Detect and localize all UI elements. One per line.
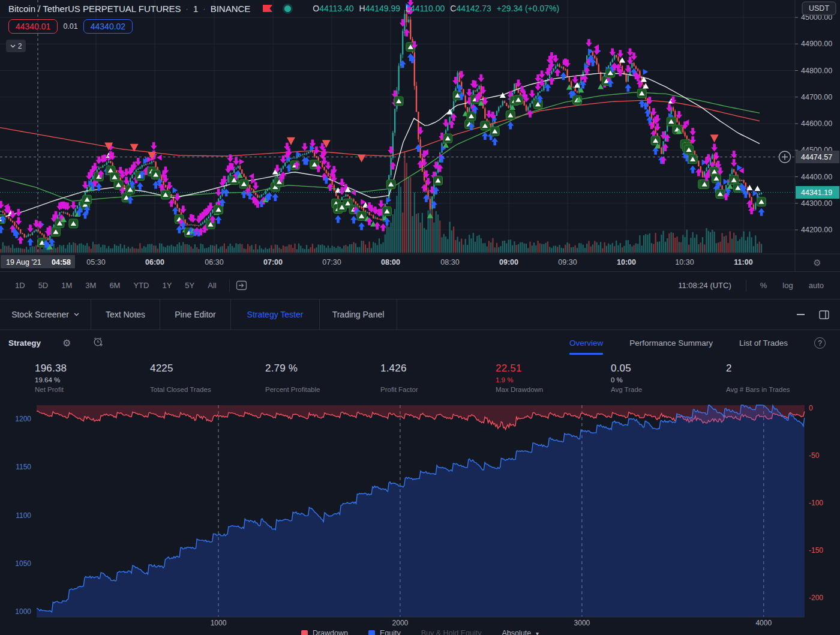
ask-button[interactable]: 44340.02 — [83, 19, 133, 34]
exchange-label[interactable]: BINANCE — [211, 4, 251, 14]
help-icon[interactable]: ? — [814, 337, 826, 349]
stat-total-closed-trades: 4225Total Closed Trades — [150, 363, 265, 399]
interval-label[interactable]: 1 — [193, 4, 198, 14]
log-scale-button[interactable]: log — [775, 281, 800, 290]
quote-row: 44340.01 0.01 44340.02 — [8, 19, 133, 34]
time-tick-label: 08:30 — [440, 258, 459, 266]
legend-item-drawdown[interactable]: Drawdown — [301, 629, 348, 635]
crosshair-time-label: 19 Aug '2104:58 — [1, 255, 75, 268]
range-button-1y[interactable]: 1Y — [155, 281, 178, 290]
range-button-all[interactable]: All — [201, 281, 223, 290]
go-to-date-icon[interactable] — [236, 280, 247, 291]
sell-triangle-icon — [710, 134, 719, 142]
range-button-1d[interactable]: 1D — [8, 281, 32, 290]
stat-value: 196.38 — [35, 363, 150, 375]
tab-pine-editor[interactable]: Pine Editor — [160, 299, 231, 330]
auto-scale-button[interactable]: auto — [801, 281, 832, 290]
time-tick-label: 06:30 — [205, 258, 223, 266]
bid-button[interactable]: 44340.01 — [8, 19, 58, 34]
equity-axis-label: 1150 — [16, 463, 31, 471]
svg-text:USDT: USDT — [809, 4, 829, 13]
legend-item-absolute[interactable]: Absolute▾ — [502, 629, 539, 635]
stat-label: Total Closed Trades — [150, 386, 265, 393]
price-tick-label: 44700.00 — [801, 93, 832, 101]
time-tick-label: 10:00 — [617, 258, 636, 266]
stat-subvalue — [265, 376, 380, 384]
last-price-label: 44341.19 — [796, 186, 839, 199]
low-value: 44110.00 — [410, 4, 445, 13]
minimize-panel-icon[interactable] — [797, 314, 805, 315]
stat-subvalue: 0 % — [611, 376, 726, 384]
open-value: 44113.40 — [319, 4, 353, 13]
range-button-ytd[interactable]: YTD — [127, 281, 155, 290]
spread-value: 0.01 — [63, 22, 77, 31]
stat-value: 22.51 — [496, 363, 611, 375]
stat-label: Max Drawdown — [496, 386, 611, 393]
separator-dot: · — [202, 4, 206, 13]
svg-text:04:58: 04:58 — [52, 258, 71, 266]
legend-item-equity[interactable]: Equity — [368, 629, 401, 635]
price-chart-canvas[interactable]: 45000.0044900.0044800.0044700.0044600.00… — [0, 0, 840, 271]
stat-label: Percent Profitable — [265, 386, 380, 393]
bottom-panel-tabbar: Stock ScreenerText NotesPine EditorStrat… — [0, 299, 840, 330]
stat-max-drawdown: 22.511.9 %Max Drawdown — [496, 363, 611, 399]
tab-strategy-tester[interactable]: Strategy Tester — [231, 299, 320, 330]
tradingview-app: 45000.0044900.0044800.0044700.0044600.00… — [0, 0, 840, 635]
equity-chart-canvas[interactable]: 1000200030004000120011501100105010000-50… — [0, 399, 840, 635]
stat-profit-factor: 1.426Profit Factor — [380, 363, 496, 399]
range-button-5y[interactable]: 5Y — [178, 281, 201, 290]
legend-item-buy-hold-equity[interactable]: Buy & Hold Equity — [421, 629, 482, 635]
strategy-settings-gear-icon[interactable]: ⚙ — [62, 337, 71, 349]
range-button-6m[interactable]: 6M — [103, 281, 127, 290]
stat-value: 1.426 — [380, 363, 496, 375]
divider — [746, 280, 746, 292]
svg-text:19 Aug '21: 19 Aug '21 — [6, 258, 41, 266]
trade-tick-label: 2000 — [392, 619, 409, 627]
strategy-report-tabs: OverviewPerformance SummaryList of Trade… — [569, 330, 832, 356]
stat-subvalue — [726, 376, 840, 384]
object-tree-collapse-button[interactable]: 2 — [6, 40, 26, 52]
drawdown-axis-label: -200 — [809, 594, 823, 602]
report-tab-performance-summary[interactable]: Performance Summary — [629, 330, 713, 356]
report-tab-overview[interactable]: Overview — [569, 330, 603, 356]
stat-value: 2 — [726, 363, 840, 375]
stat-value: 2.79 % — [265, 363, 380, 375]
legend-swatch — [301, 630, 308, 635]
stat-subvalue — [380, 376, 496, 384]
chart-footer-toolbar: 1D5D1M3M6MYTD1Y5YAll 11:08:24 (UTC) % lo… — [0, 271, 840, 299]
stat-value: 0.05 — [611, 363, 726, 375]
stat-label: Net Profit — [35, 386, 150, 393]
maximize-panel-icon[interactable] — [819, 310, 829, 319]
time-tick-label: 11:00 — [734, 258, 752, 266]
tab-trading-panel[interactable]: Trading Panel — [320, 299, 397, 330]
price-chart-pane[interactable]: 45000.0044900.0044800.0044700.0044600.00… — [0, 0, 840, 271]
price-tick-label: 44400.00 — [801, 173, 832, 181]
strategy-title: Strategy — [8, 339, 41, 348]
range-button-5d[interactable]: 5D — [32, 281, 55, 290]
utc-clock[interactable]: 11:08:24 (UTC) — [678, 281, 731, 290]
stat-label: Profit Factor — [380, 386, 496, 393]
strategy-tester-header: Strategy ⚙ OverviewPerformance SummaryLi… — [0, 330, 840, 356]
currency-button[interactable]: USDT — [802, 2, 836, 15]
price-tick-label: 44800.00 — [801, 67, 832, 75]
tab-stock-screener[interactable]: Stock Screener — [0, 299, 91, 330]
plus-crosshair-icon[interactable] — [779, 151, 791, 163]
stat-label: Avg Trade — [611, 386, 726, 393]
add-alert-icon[interactable] — [92, 337, 103, 350]
time-axis-gear-icon[interactable]: ⚙ — [813, 257, 821, 268]
stat-avg-trade: 0.050 %Avg Trade — [611, 363, 726, 399]
flag-icon[interactable] — [263, 5, 272, 12]
symbol-title[interactable]: Bitcoin / TetherUS PERPETUAL FUTURES — [8, 4, 181, 14]
time-tick-label: 07:00 — [263, 258, 283, 266]
range-button-3m[interactable]: 3M — [79, 281, 103, 290]
range-button-1m[interactable]: 1M — [55, 281, 79, 290]
market-status-icon[interactable] — [283, 4, 293, 14]
time-tick-label: 09:00 — [499, 258, 518, 266]
ohlc-readout: O44113.40 H44149.99 L44110.00 C44142.73 … — [313, 4, 559, 13]
report-tab-list-of-trades[interactable]: List of Trades — [739, 330, 788, 356]
tab-text-notes[interactable]: Text Notes — [91, 299, 160, 330]
price-tick-label: 44200.00 — [801, 226, 832, 234]
equity-chart-pane[interactable]: 1000200030004000120011501100105010000-50… — [0, 399, 840, 635]
percent-scale-button[interactable]: % — [752, 281, 775, 290]
time-axis[interactable] — [0, 254, 840, 271]
